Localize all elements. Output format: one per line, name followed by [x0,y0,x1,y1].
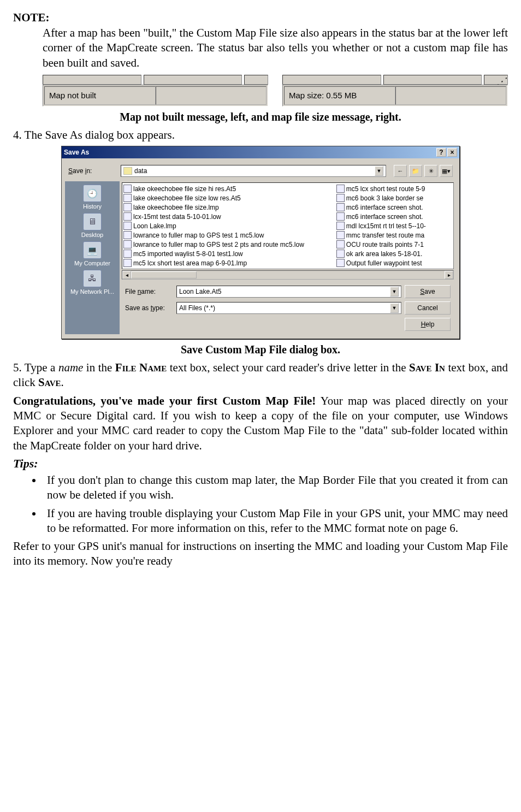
file-icon [123,194,132,202]
final-paragraph: Refer to your GPS unit's manual for inst… [13,539,508,569]
list-item[interactable]: mmc transfer test route ma [336,230,452,240]
places-desktop[interactable]: 🖥 Desktop [81,213,103,238]
savetype-label: Save as type: [125,304,173,312]
file-icon [123,240,132,248]
close-icon[interactable]: × [447,148,457,157]
save-in-dropdown[interactable]: data ▼ [121,165,386,177]
note-paragraph: After a map has been "built," the Custom… [13,26,508,70]
list-item[interactable]: ok ark area lakes 5-18-01. [336,249,452,258]
filename-input[interactable]: Loon Lake.At5 ▼ [176,286,401,298]
folder-icon [123,167,132,175]
congrats-paragraph: Congratulations, you've made your first … [13,394,508,453]
file-icon [336,185,345,193]
file-icon [123,231,132,239]
step-4: 4. The Save As dialog box appears. [13,128,508,143]
views-button[interactable]: ▦▾ [440,165,453,177]
help-icon[interactable]: ? [436,148,446,157]
note-heading: NOTE: [13,11,508,25]
tip-item: If you are having trouble displaying you… [43,506,508,536]
list-item[interactable]: mdl lcx15mt rt trl test 5--10- [336,221,452,230]
file-icon [123,185,132,193]
list-item[interactable]: mc5 lcx short test area map 6-9-01.lmp [123,258,334,268]
places-mycomputer-label: My Computer [74,260,110,266]
filename-label: File name: [125,288,173,295]
file-icon [336,250,345,258]
scroll-thumb[interactable] [131,271,197,278]
file-icon [336,194,345,202]
file-icon [336,222,345,230]
history-icon: 🕘 [83,185,102,202]
list-item[interactable]: mc5 lcx short test route 5-9 [336,184,452,193]
chevron-down-icon[interactable]: ▼ [390,303,399,313]
list-item[interactable]: mc6 interface screen shot. [336,203,452,212]
desktop-icon: 🖥 [83,213,102,230]
places-mynetwork[interactable]: 🖧 My Network Pl... [70,270,114,295]
caption-2: Save Custom Map File dialog box. [13,343,508,356]
list-item[interactable]: lowrance to fuller map to GPS test 1 mc5… [123,230,334,240]
savetype-dropdown[interactable]: All Files (*.*) ▼ [176,302,401,314]
status-right-cell: Map size: 0.55 MB [284,86,395,105]
scroll-left-icon[interactable]: ◂ [122,271,131,279]
save-as-dialog: Save As ? × Save in: data ▼ ← 📁 ✳ ▦▾ [61,146,460,339]
filename-value: Loon Lake.At5 [179,288,221,295]
save-in-value: data [134,167,147,175]
file-icon [336,259,345,267]
list-item[interactable]: lcx-15mt test data 5-10-01.low [123,212,334,221]
list-item[interactable]: lake okeechobee file size hi res.At5 [123,184,334,193]
file-icon [123,222,132,230]
save-in-label: Save in: [68,167,116,175]
network-icon: 🖧 [83,270,102,287]
status-left-cell: Map not built [44,86,156,105]
dialog-title: Save As [64,149,89,156]
file-icon [123,250,132,258]
list-item[interactable]: mc6 interface screen shot. [336,212,452,221]
list-item[interactable]: mc6 book 3 lake border se [336,193,452,203]
list-item[interactable]: lake okeechobee file size low res.At5 [123,193,334,203]
list-item[interactable]: Output fuller waypoint test [336,258,452,268]
tips-heading: Tips: [13,457,508,471]
places-history-label: History [83,203,102,210]
file-icon [336,203,345,211]
tip-item: If you don't plan to change this custom … [43,473,508,503]
mycomputer-icon: 💻 [83,241,102,259]
list-item[interactable]: OCU route trails points 7-1 [336,240,452,249]
file-icon [336,231,345,239]
scroll-right-icon[interactable]: ▸ [445,271,453,279]
save-button[interactable]: Save [405,285,451,298]
file-icon [336,212,345,221]
chevron-down-icon[interactable]: ▼ [390,287,399,297]
places-bar: 🕘 History 🖥 Desktop 💻 My Computer 🖧 My N… [65,181,120,334]
chevron-down-icon[interactable]: ▼ [375,166,383,176]
resize-grip-icon: ⋰ [484,75,508,85]
places-mynetwork-label: My Network Pl... [70,288,114,295]
cancel-button[interactable]: Cancel [405,301,451,315]
tips-list: If you don't plan to change this custom … [13,473,508,536]
savetype-value: All Files (*.*) [179,304,215,312]
help-button[interactable]: Help [405,318,451,331]
caption-1: Map not built message, left, and map fil… [13,111,508,123]
list-item[interactable]: Loon Lake.lmp [123,221,334,230]
file-icon [123,203,132,211]
statusbar-figure: Map not built ⋰ Map size: 0.55 MB [43,75,508,106]
up-one-level-button[interactable]: 📁 [409,165,422,177]
list-item[interactable]: mc5 imported waylist 5-8-01 test1.low [123,249,334,258]
file-icon [123,212,132,221]
file-icon [336,240,345,248]
places-desktop-label: Desktop [81,232,103,238]
places-mycomputer[interactable]: 💻 My Computer [74,241,110,266]
list-item[interactable]: lake okeechobee file size.lmp [123,203,334,212]
back-button[interactable]: ← [394,165,407,177]
file-icon [123,259,132,267]
list-item[interactable]: lowrance to fuller map to GPS test 2 pts… [123,240,334,249]
file-listing[interactable]: lake okeechobee file size hi res.At5 lak… [122,182,454,269]
new-folder-button[interactable]: ✳ [424,165,437,177]
step-5: 5. Type a name in the File Name text box… [13,360,508,390]
places-history[interactable]: 🕘 History [83,185,102,210]
horizontal-scrollbar[interactable]: ◂ ▸ [122,270,454,280]
